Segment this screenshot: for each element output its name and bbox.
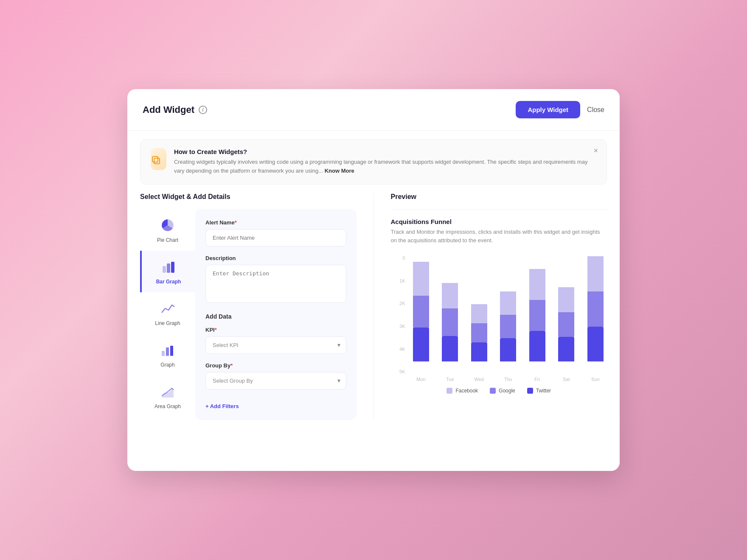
legend-google: Google	[490, 388, 515, 394]
y-label-5k: 5K	[391, 369, 408, 374]
graph-icon	[159, 342, 176, 358]
add-widget-modal: Add Widget i Apply Widget Close How to C…	[127, 89, 620, 471]
info-banner-text: How to Create Widgets? Creating widgets …	[174, 148, 596, 176]
bar-twitter-tue	[442, 336, 458, 361]
stacked-bar-wed	[471, 304, 487, 361]
preview-chart-title: Acquisitions Funnel	[391, 218, 607, 225]
alert-name-label: Alert Name*	[205, 219, 346, 226]
bar-twitter-sat	[558, 337, 574, 361]
x-axis-labels: Mon Tue Wed Thu Fri Sat Sun	[391, 377, 607, 382]
area-graph-icon	[159, 383, 176, 400]
right-panel: Preview Acquisitions Funnel Track and Mo…	[374, 193, 607, 420]
svg-rect-1	[154, 158, 160, 164]
bar-col-sat	[555, 287, 578, 361]
bar-google-wed	[471, 323, 487, 342]
stacked-bar-thu	[500, 291, 516, 361]
group-by-label: Group By*	[205, 362, 346, 369]
x-label-sun: Sun	[584, 377, 607, 382]
sidebar-item-area-graph[interactable]: Area Graph	[140, 375, 195, 417]
graph-label: Graph	[160, 362, 174, 368]
bar-twitter-wed	[471, 342, 487, 361]
stacked-bar-sun	[587, 256, 604, 361]
bar-google-mon	[413, 296, 429, 328]
add-filters-link[interactable]: + Add Filters	[205, 403, 239, 409]
know-more-link[interactable]: Know More	[325, 168, 354, 174]
chart-area: 5K 4K 3K 2K 1K 0	[391, 255, 607, 374]
modal-title: Add Widget	[143, 104, 194, 115]
x-label-wed: Wed	[468, 377, 491, 382]
description-label: Description	[205, 255, 346, 261]
alert-name-group: Alert Name*	[205, 219, 346, 246]
widget-sidebar: Pie Chart Bar Graph	[140, 209, 195, 420]
banner-title: How to Create Widgets?	[174, 148, 596, 155]
bar-google-sat	[558, 312, 574, 337]
x-label-tue: Tue	[438, 377, 462, 382]
bar-facebook-fri	[529, 269, 545, 300]
bar-google-tue	[442, 308, 458, 336]
line-graph-icon	[159, 300, 176, 317]
chart-legend: Facebook Google Twitter	[391, 388, 607, 394]
apply-widget-button[interactable]: Apply Widget	[516, 101, 580, 118]
banner-description: Creating widgets typically involves writ…	[174, 158, 596, 176]
svg-rect-0	[152, 157, 158, 162]
svg-rect-7	[170, 346, 173, 356]
svg-rect-4	[171, 262, 174, 273]
left-panel: Select Widget & Add Details Pie Chart	[140, 193, 357, 420]
bar-twitter-sun	[587, 327, 604, 361]
bars-row	[391, 255, 607, 361]
bar-twitter-fri	[529, 331, 545, 361]
svg-rect-5	[162, 351, 165, 356]
legend-twitter-label: Twitter	[536, 388, 551, 394]
info-icon[interactable]: i	[199, 106, 207, 114]
sidebar-item-graph[interactable]: Graph	[140, 334, 195, 375]
stacked-bar-tue	[442, 283, 458, 361]
bar-facebook-wed	[471, 304, 487, 323]
description-input[interactable]	[205, 265, 346, 303]
bar-facebook-sun	[587, 256, 604, 291]
bar-col-mon	[410, 262, 433, 361]
bar-graph-icon	[160, 258, 177, 275]
area-graph-label: Area Graph	[154, 403, 181, 409]
legend-facebook-dot	[447, 388, 452, 394]
sidebar-item-pie-chart[interactable]: Pie Chart	[140, 209, 195, 251]
svg-rect-3	[167, 263, 170, 273]
main-content: Select Widget & Add Details Pie Chart	[127, 193, 620, 433]
sidebar-item-line-graph[interactable]: Line Graph	[140, 292, 195, 334]
widget-illustration-icon	[152, 152, 165, 166]
x-label-fri: Fri	[526, 377, 549, 382]
banner-close-icon[interactable]: ×	[593, 146, 598, 155]
close-button[interactable]: Close	[587, 106, 604, 114]
legend-twitter: Twitter	[527, 388, 551, 394]
bar-google-fri	[529, 300, 545, 331]
stacked-bar-fri	[529, 269, 545, 361]
modal-title-wrap: Add Widget i	[143, 104, 207, 115]
kpi-select-wrap: Select KPI ▾	[205, 336, 346, 354]
kpi-select[interactable]: Select KPI	[205, 336, 346, 354]
bar-facebook-sat	[558, 287, 574, 312]
legend-twitter-dot	[527, 388, 533, 394]
pie-chart-label: Pie Chart	[157, 237, 178, 243]
bar-twitter-mon	[413, 328, 429, 361]
legend-google-dot	[490, 388, 496, 394]
bar-twitter-thu	[500, 338, 516, 361]
preview-chart-description: Track and Monitor the impressions, click…	[391, 228, 607, 246]
bar-facebook-thu	[500, 291, 516, 315]
bar-col-tue	[438, 283, 462, 361]
group-by-group: Group By* Select Group By ▾	[205, 362, 346, 389]
alert-name-input[interactable]	[205, 229, 346, 246]
bar-col-wed	[468, 304, 491, 361]
x-label-thu: Thu	[497, 377, 520, 382]
legend-facebook: Facebook	[447, 388, 478, 394]
header-actions: Apply Widget Close	[516, 101, 604, 118]
bar-google-sun	[587, 291, 604, 327]
svg-rect-6	[166, 347, 169, 356]
stacked-bar-sat	[558, 287, 574, 361]
legend-facebook-label: Facebook	[455, 388, 478, 394]
sidebar-item-bar-graph[interactable]: Bar Graph	[140, 251, 195, 292]
group-by-select[interactable]: Select Group By	[205, 372, 346, 389]
bar-google-thu	[500, 315, 516, 338]
widget-icon-wrap	[151, 148, 166, 170]
svg-rect-2	[163, 266, 166, 273]
add-data-title: Add Data	[205, 313, 346, 320]
bar-col-fri	[526, 269, 549, 361]
